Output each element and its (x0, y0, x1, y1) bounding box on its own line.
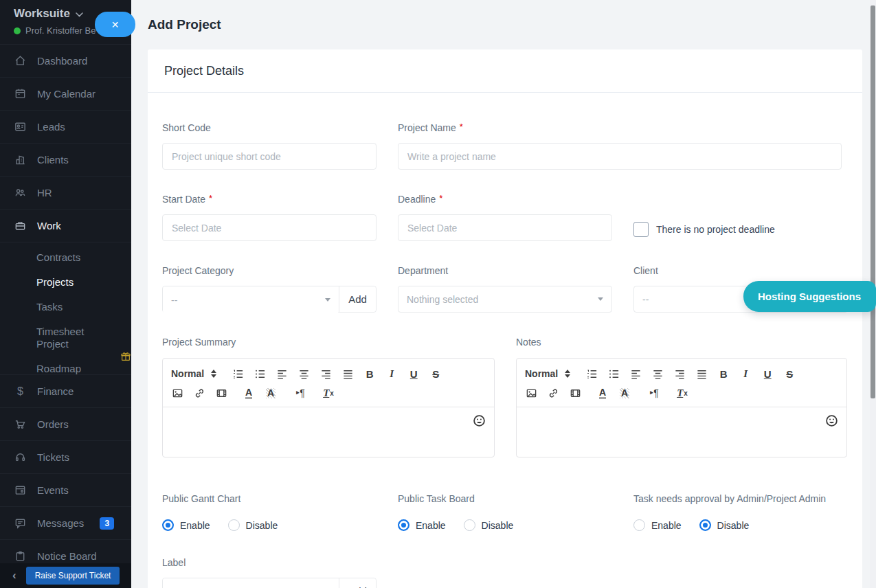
task-approval-label: Task needs approval by Admin/Project Adm… (633, 493, 848, 504)
required-asterisk: * (209, 193, 212, 203)
sidebar-subitem-project-roadmap[interactable]: Project Roadmap (0, 344, 131, 369)
bullet-list-icon[interactable] (607, 368, 620, 380)
emoji-picker-icon[interactable] (825, 414, 838, 427)
label-select[interactable]: Nothing selected (163, 578, 339, 588)
editor-toolbar: Normal (163, 359, 494, 407)
notes-label: Notes (516, 337, 847, 348)
text-color-button[interactable]: A (243, 387, 255, 399)
align-left-icon[interactable] (276, 368, 288, 380)
background-color-button[interactable]: A (265, 387, 277, 399)
sidebar-subitem-tasks[interactable]: Tasks (0, 295, 131, 319)
sidebar-footer: ‹ Raise Support Ticket (0, 563, 131, 588)
notes-textarea[interactable] (517, 407, 846, 457)
underline-button[interactable]: U (761, 368, 774, 380)
background-color-button[interactable]: A (618, 387, 631, 399)
project-details-card: Project Details Short Code Project Name … (148, 49, 862, 588)
strikethrough-button[interactable]: S (783, 368, 796, 380)
ordered-list-icon[interactable] (585, 368, 598, 380)
align-right-icon[interactable] (319, 368, 332, 380)
taskboard-disable-option[interactable]: Disable (464, 519, 514, 531)
sidebar-item-leads[interactable]: Leads (0, 111, 131, 144)
collapse-sidebar-icon[interactable]: ‹ (12, 569, 16, 583)
radio-icon[interactable] (699, 519, 711, 531)
radio-icon[interactable] (464, 519, 475, 531)
bullet-list-icon[interactable] (254, 368, 266, 380)
format-select[interactable]: Normal (525, 368, 570, 379)
dollar-icon: $ (14, 385, 27, 398)
user-name: Prof. Kristoffer Be (25, 25, 96, 36)
sidebar-subitem-projects[interactable]: Projects (0, 270, 131, 295)
approval-disable-option[interactable]: Disable (699, 519, 750, 531)
align-center-icon[interactable] (651, 368, 664, 380)
sidebar-subitem-contracts[interactable]: Contracts (0, 245, 131, 270)
radio-icon[interactable] (162, 519, 174, 531)
sidebar-item-my-calendar[interactable]: My Calendar (0, 78, 131, 111)
emoji-picker-icon[interactable] (473, 414, 486, 427)
gantt-disable-option[interactable]: Disable (228, 519, 278, 531)
start-date-input[interactable] (162, 214, 377, 241)
text-direction-button[interactable]: ‣¶ (647, 387, 660, 399)
no-deadline-checkbox[interactable] (633, 222, 649, 237)
sidebar-item-label: My Calendar (37, 88, 96, 100)
add-label-button[interactable]: Add (339, 578, 376, 588)
sidebar-item-messages[interactable]: Messages 3 (0, 507, 131, 540)
sidebar-item-label: Notice Board (37, 550, 97, 562)
insert-video-icon[interactable] (215, 387, 227, 399)
underline-button[interactable]: U (407, 368, 420, 380)
ordered-list-icon[interactable] (232, 368, 244, 380)
strikethrough-button[interactable]: S (429, 368, 442, 380)
sidebar-item-hr[interactable]: HR (0, 177, 131, 210)
sidebar-item-dashboard[interactable]: Dashboard (0, 45, 131, 78)
close-panel-button[interactable]: ✕ (95, 12, 135, 37)
radio-icon[interactable] (398, 519, 409, 531)
department-select[interactable]: Nothing selected (398, 286, 612, 313)
project-category-label: Project Category (162, 264, 377, 277)
hosting-suggestions-tooltip[interactable]: Hosting Suggestions (743, 281, 876, 312)
insert-link-icon[interactable] (547, 387, 559, 399)
project-category-select[interactable]: -- (163, 286, 339, 313)
align-justify-icon[interactable] (695, 368, 708, 380)
radio-label: Enable (416, 520, 446, 531)
scrollbar-thumb[interactable] (871, 5, 875, 398)
caret-down-icon (598, 297, 603, 301)
project-summary-textarea[interactable] (163, 407, 494, 457)
text-direction-button[interactable]: ‣¶ (293, 387, 306, 399)
radio-icon[interactable] (228, 519, 240, 531)
bold-button[interactable]: B (363, 368, 376, 380)
bold-button[interactable]: B (717, 368, 730, 380)
taskboard-enable-option[interactable]: Enable (398, 519, 446, 531)
radio-icon[interactable] (633, 519, 645, 531)
align-justify-icon[interactable] (341, 368, 354, 380)
italic-button[interactable]: I (385, 368, 398, 380)
row-code-name: Short Code Project Name * (162, 122, 848, 170)
sidebar-item-orders[interactable]: Orders (0, 408, 131, 441)
sidebar-item-clients[interactable]: Clients (0, 144, 131, 177)
clear-formatting-button[interactable]: Tx (322, 387, 335, 399)
italic-button[interactable]: I (739, 368, 752, 380)
clear-formatting-button[interactable]: Tx (676, 387, 688, 399)
insert-link-icon[interactable] (193, 387, 205, 399)
align-left-icon[interactable] (629, 368, 642, 380)
public-gantt-label: Public Gantt Chart (162, 493, 377, 504)
raise-support-ticket-button[interactable]: Raise Support Ticket (26, 567, 120, 585)
short-code-input[interactable] (162, 143, 377, 170)
sidebar-item-label: Finance (37, 385, 74, 397)
sidebar-item-tickets[interactable]: Tickets (0, 441, 131, 474)
sidebar-item-work[interactable]: Work (0, 210, 131, 242)
approval-enable-option[interactable]: Enable (633, 519, 682, 531)
insert-image-icon[interactable] (525, 387, 537, 399)
insert-video-icon[interactable] (569, 387, 581, 399)
format-select[interactable]: Normal (171, 368, 216, 379)
text-color-button[interactable]: A (596, 387, 609, 399)
project-name-input[interactable] (398, 143, 842, 170)
insert-image-icon[interactable] (171, 387, 183, 399)
gantt-enable-option[interactable]: Enable (162, 519, 210, 531)
id-badge-icon (14, 120, 27, 133)
add-category-button[interactable]: Add (339, 286, 376, 312)
align-center-icon[interactable] (297, 368, 310, 380)
sidebar-item-events[interactable]: Events (0, 474, 131, 507)
cart-icon (14, 418, 27, 431)
no-deadline-option: There is no project deadline (633, 218, 775, 241)
align-right-icon[interactable] (673, 368, 686, 380)
deadline-input[interactable] (398, 214, 612, 241)
